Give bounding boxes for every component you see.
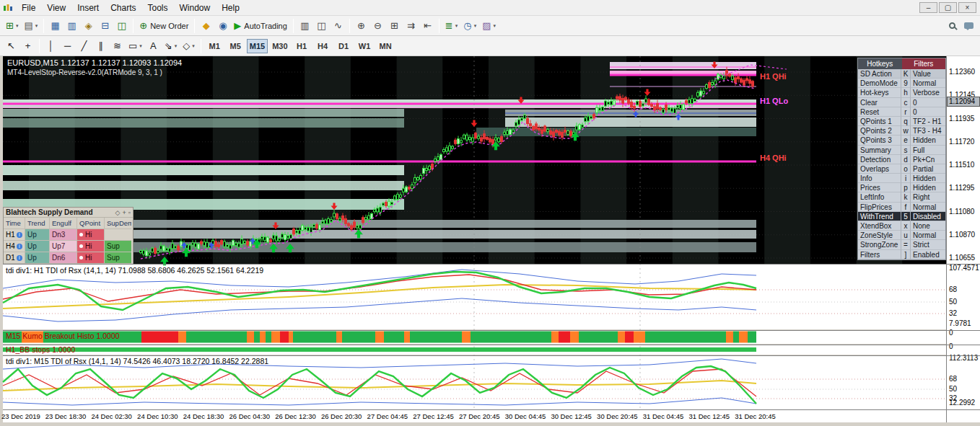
sd-menu-icon[interactable]: ▫ — [128, 209, 131, 216]
timeframe-h1[interactable]: H1 — [292, 39, 312, 53]
trendline-button[interactable]: ╱ — [76, 37, 92, 55]
text-label-button[interactable]: A — [145, 37, 162, 55]
geometric-objects-button[interactable]: ◇▾ — [180, 37, 198, 55]
search-button[interactable] — [944, 17, 961, 35]
price-scale-label: 1.11295 — [949, 184, 974, 192]
periods-dropdown-icon[interactable]: ▾ — [474, 23, 477, 29]
sd-time-cell[interactable]: H1i — [4, 229, 25, 241]
templates-dropdown-icon[interactable]: ▾ — [493, 23, 496, 29]
periods-button[interactable]: ◷▾ — [460, 17, 479, 35]
timeframe-d1[interactable]: D1 — [334, 39, 354, 53]
geometric-objects-dropdown-icon[interactable]: ▾ — [192, 43, 195, 49]
vertical-line-button[interactable]: │ — [43, 37, 59, 55]
sd-supdem-cell: Sup — [105, 252, 131, 264]
zoom-in-button[interactable]: ⊕ — [353, 17, 369, 35]
close-button[interactable]: × — [958, 2, 976, 13]
indicator-scale-label: 32 — [949, 309, 957, 317]
chart-shift-icon: ⇤ — [424, 21, 432, 30]
arrow-objects-dropdown-icon[interactable]: ▾ — [175, 43, 178, 49]
indicators-dropdown-icon[interactable]: ▾ — [455, 23, 458, 29]
expert-advisors-button[interactable]: ◉ — [214, 17, 231, 35]
equidistant-channel-button[interactable]: ∥ — [92, 37, 109, 55]
hk-setting-name: FlipPrices — [858, 203, 901, 212]
hk-setting-key: f — [901, 203, 911, 212]
indicator-scale-label: 107.4571 — [949, 264, 979, 272]
new-chart-button[interactable]: ⊞▾ — [3, 17, 21, 35]
sd-time-cell[interactable]: D1i — [4, 252, 25, 264]
sd-time-cell[interactable]: H4i — [4, 241, 25, 252]
text-label-icon: A — [150, 41, 157, 50]
shapes-dropdown-icon[interactable]: ▾ — [139, 43, 142, 49]
candlestick-chart-button[interactable]: ◫ — [313, 17, 330, 35]
zoom-in-icon: ⊕ — [357, 21, 365, 30]
price-scale-label: 1.10870 — [949, 231, 975, 239]
menu-item-file[interactable]: File — [16, 1, 41, 15]
timeframe-m5[interactable]: M5 — [226, 39, 245, 53]
menu-item-window[interactable]: Window — [174, 1, 216, 15]
hk-tab-hotkeys[interactable]: Hotkeys — [858, 58, 902, 69]
menu-item-help[interactable]: Help — [216, 1, 245, 15]
hk-setting-value: None — [911, 221, 945, 231]
crosshair-button[interactable]: + — [19, 37, 36, 55]
hk-row-xtendbox: XtendBoxxNone — [858, 221, 945, 231]
arrow-objects-button[interactable]: ⇘▾ — [162, 37, 180, 55]
timeframe-m1[interactable]: M1 — [205, 39, 224, 53]
time-axis[interactable]: 23 Dec 201923 Dec 18:3024 Dec 02:3024 De… — [0, 410, 980, 422]
hk-setting-value: 0 — [911, 107, 945, 117]
tile-windows-button[interactable]: ⊞ — [386, 17, 403, 35]
line-chart-button[interactable]: ∿ — [330, 17, 346, 35]
timeframe-h4[interactable]: H4 — [313, 39, 333, 53]
shapes-button[interactable]: ▭▾ — [126, 37, 145, 55]
sd-trend-cell[interactable]: Up — [25, 229, 50, 241]
menu-item-insert[interactable]: Insert — [71, 1, 105, 15]
sd-trend-cell[interactable]: Up — [25, 241, 50, 252]
minimize-button[interactable]: – — [919, 2, 937, 13]
hk-tab-filters[interactable]: Filters — [902, 58, 946, 69]
community-chat-button[interactable] — [961, 17, 977, 35]
timeframe-m15[interactable]: M15 — [247, 39, 268, 53]
restore-button[interactable]: ▢ — [939, 2, 957, 13]
data-window-button[interactable]: ▥ — [64, 17, 80, 35]
horizontal-line-button[interactable]: ─ — [59, 37, 76, 55]
sd-trend-cell[interactable]: Up — [25, 252, 50, 264]
menu-item-view[interactable]: View — [41, 1, 71, 15]
profiles-dropdown-icon[interactable]: ▾ — [35, 23, 38, 29]
sd-collapse-icon[interactable]: ◇ — [115, 209, 121, 216]
timeframe-mn[interactable]: MN — [376, 39, 395, 53]
templates-button[interactable]: ▨▾ — [479, 17, 499, 35]
chart-shift-button[interactable]: ⇤ — [419, 17, 436, 35]
bar-chart-button[interactable]: ▥ — [297, 17, 313, 35]
timeframe-m30[interactable]: M30 — [269, 39, 290, 53]
autotrading-button[interactable]: ▶AutoTrading — [231, 17, 290, 35]
sd-qpoint-cell: Hi — [77, 229, 105, 241]
fibonacci-retracement-button[interactable]: ≋ — [109, 37, 126, 55]
info-icon: i — [17, 244, 22, 249]
panel-separator[interactable] — [3, 330, 980, 331]
panel-separator[interactable] — [3, 345, 980, 345]
hk-setting-value: Full — [911, 146, 945, 155]
metaeditor-button[interactable]: ◆ — [198, 17, 214, 35]
menu-item-charts[interactable]: Charts — [105, 1, 141, 15]
terminal-button[interactable]: ⊟ — [97, 17, 113, 35]
menu-item-tools[interactable]: Tools — [142, 1, 174, 15]
panel-separator[interactable] — [3, 264, 980, 265]
strategy-tester-button[interactable]: ◫ — [113, 17, 130, 35]
sd-move-icon[interactable]: + — [123, 209, 126, 216]
auto-scroll-button[interactable]: ⇉ — [403, 17, 419, 35]
price-scale[interactable]: 1.123601.121451.119351.117201.115101.112… — [947, 56, 980, 409]
zoom-out-button[interactable]: ⊖ — [369, 17, 386, 35]
hk-setting-value: TF2 - H1 — [911, 117, 945, 126]
new-order-button[interactable]: ⊕New Order — [136, 17, 191, 35]
panel-separator[interactable] — [3, 355, 980, 356]
sd-header-qpoint: QPoint — [77, 218, 105, 229]
hk-setting-name: DemoMode — [858, 79, 901, 88]
navigator-button[interactable]: ◈ — [80, 17, 97, 35]
timeframe-w1[interactable]: W1 — [355, 39, 375, 53]
market-watch-button[interactable]: ▦ — [47, 17, 64, 35]
profiles-button[interactable]: ▤▾ — [21, 17, 40, 35]
indicators-button[interactable]: ≣▾ — [442, 17, 460, 35]
cursor-button[interactable]: ↖ — [3, 37, 19, 55]
new-chart-dropdown-icon[interactable]: ▾ — [16, 23, 19, 29]
panel-separator[interactable] — [3, 409, 980, 410]
tdi-h1-label: tdi div1: H1 TDI of Rsx (14,1, 14) 71.09… — [6, 266, 263, 275]
